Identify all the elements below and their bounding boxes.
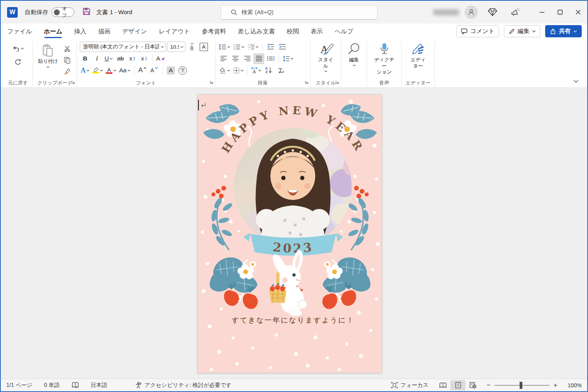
paragraph-dialog-launcher[interactable] bbox=[305, 79, 309, 86]
document-page[interactable]: HAPPY NEW YEAR 2023 bbox=[197, 94, 382, 373]
strikethrough-button[interactable]: ab bbox=[115, 53, 126, 64]
bold-button[interactable]: B bbox=[80, 53, 90, 64]
tab-insert[interactable]: 挿入 bbox=[74, 24, 86, 39]
comments-button[interactable]: コメント bbox=[456, 25, 499, 37]
text-cursor bbox=[198, 100, 199, 110]
focus-icon bbox=[391, 382, 398, 388]
save-icon[interactable] bbox=[82, 7, 91, 17]
tab-references[interactable]: 参考資料 bbox=[202, 24, 226, 39]
zoom-out-button[interactable]: − bbox=[487, 381, 491, 389]
cut-button[interactable] bbox=[62, 43, 73, 54]
enclose-characters-button[interactable]: 字 bbox=[177, 65, 188, 76]
justify-button[interactable] bbox=[254, 53, 264, 64]
subscript-button[interactable]: x2 bbox=[127, 53, 138, 64]
line-spacing-button[interactable] bbox=[282, 53, 294, 64]
read-mode-button[interactable] bbox=[435, 380, 450, 390]
zoom-slider[interactable] bbox=[494, 385, 549, 386]
tab-home[interactable]: ホーム bbox=[44, 24, 62, 39]
italic-button[interactable]: I bbox=[92, 53, 102, 64]
tab-file[interactable]: ファイル bbox=[7, 24, 32, 39]
sort-button[interactable]: AZ bbox=[263, 65, 274, 76]
word-app-icon[interactable]: W bbox=[7, 7, 18, 18]
font-color-button[interactable]: A bbox=[105, 65, 117, 76]
ribbon: 元に戻す 貼り付け bbox=[1, 39, 587, 88]
maximize-button[interactable] bbox=[551, 1, 569, 24]
multilevel-list-button[interactable]: 1ai bbox=[246, 42, 259, 52]
focus-mode-button[interactable]: フォーカス bbox=[391, 382, 428, 389]
decrease-indent-button[interactable] bbox=[265, 42, 276, 52]
accessibility-status[interactable]: アクセシビリティ: 検討が必要です bbox=[135, 382, 232, 389]
search-icon bbox=[231, 9, 237, 16]
close-button[interactable] bbox=[569, 1, 587, 24]
tab-layout[interactable]: レイアウト bbox=[159, 24, 190, 39]
document-canvas[interactable]: HAPPY NEW YEAR 2023 bbox=[1, 88, 587, 379]
zoom-level[interactable]: 100% bbox=[561, 382, 582, 388]
editing-button[interactable]: 編集 bbox=[344, 41, 364, 80]
zoom-in-button[interactable]: + bbox=[553, 381, 557, 389]
align-center-button[interactable] bbox=[230, 53, 241, 64]
copy-button[interactable] bbox=[62, 55, 73, 65]
collapse-ribbon-button[interactable] bbox=[573, 77, 579, 84]
font-size-combo[interactable]: 10.5 bbox=[167, 42, 186, 52]
web-layout-button[interactable] bbox=[465, 380, 480, 390]
font-group: 游明朝 (本文のフォント - 日本語 10.5 ア亜 A B bbox=[77, 41, 215, 88]
grow-font-button[interactable]: A bbox=[137, 65, 148, 76]
editing-mode-button[interactable]: 編集 bbox=[504, 25, 540, 37]
zoom-slider-thumb[interactable] bbox=[520, 382, 522, 389]
tab-view[interactable]: 表示 bbox=[311, 24, 323, 39]
share-button[interactable]: 共有 bbox=[545, 25, 582, 37]
increase-indent-button[interactable] bbox=[277, 42, 288, 52]
clipboard-dialog-launcher[interactable] bbox=[71, 79, 75, 86]
character-shading-button[interactable]: A bbox=[165, 65, 176, 76]
font-dialog-launcher[interactable] bbox=[209, 79, 214, 86]
editor-button[interactable]: エディター bbox=[404, 41, 432, 80]
premium-diamond-icon[interactable] bbox=[487, 7, 498, 17]
language-indicator[interactable]: 日本語 bbox=[91, 382, 107, 389]
tab-help[interactable]: ヘルプ bbox=[334, 24, 353, 39]
shrink-font-button[interactable]: A bbox=[149, 65, 160, 76]
proofing-status[interactable] bbox=[72, 382, 79, 388]
print-layout-button[interactable] bbox=[450, 380, 465, 390]
styles-button[interactable]: A スタイル bbox=[313, 41, 338, 80]
dictate-button[interactable]: ディクテーション bbox=[370, 41, 399, 80]
shading-button[interactable] bbox=[218, 65, 231, 76]
borders-button[interactable] bbox=[232, 65, 244, 76]
styles-dialog-launcher[interactable] bbox=[335, 79, 340, 86]
align-left-button[interactable] bbox=[218, 53, 229, 64]
font-name-combo[interactable]: 游明朝 (本文のフォント - 日本語 bbox=[80, 42, 166, 52]
clear-formatting-button[interactable]: A bbox=[155, 53, 166, 64]
tab-design[interactable]: デザイン bbox=[122, 24, 147, 39]
card-message: すてきな一年になりますように！ bbox=[232, 316, 355, 324]
redo-button[interactable] bbox=[13, 56, 23, 67]
numbering-button[interactable]: 123 bbox=[232, 42, 245, 52]
tab-mailings[interactable]: 差し込み文書 bbox=[238, 24, 275, 39]
ribbon-tab-bar: ファイル ホーム 挿入 描画 デザイン レイアウト 参考資料 差し込み文書 校閲… bbox=[1, 24, 587, 39]
autosave-toggle[interactable]: オフ bbox=[51, 7, 74, 17]
word-count[interactable]: 0 単語 bbox=[44, 382, 60, 389]
minimize-button[interactable] bbox=[533, 1, 551, 24]
highlight-color-button[interactable] bbox=[92, 65, 104, 76]
paragraph-group: 123 1ai bbox=[215, 41, 311, 88]
text-effects-button[interactable]: A bbox=[80, 65, 90, 76]
character-scaling-button[interactable]: A bbox=[250, 65, 262, 76]
change-case-button[interactable]: Aa bbox=[118, 65, 131, 76]
user-avatar[interactable] bbox=[465, 5, 478, 19]
character-border-button[interactable]: A bbox=[198, 42, 209, 52]
phonetic-guide-button[interactable]: ア亜 bbox=[187, 42, 197, 52]
search-box[interactable]: 検索 (Alt+Q) bbox=[221, 5, 377, 20]
format-painter-button[interactable] bbox=[62, 66, 73, 77]
formatting-marks-button[interactable] bbox=[275, 65, 286, 76]
page-indicator[interactable]: 1/1 ページ bbox=[6, 382, 32, 389]
whats-new-megaphone-icon[interactable] bbox=[510, 7, 520, 17]
underline-button[interactable]: U bbox=[103, 53, 114, 64]
paste-button[interactable]: 貼り付け bbox=[36, 42, 61, 80]
bullets-button[interactable] bbox=[218, 42, 231, 52]
rabbit bbox=[269, 249, 307, 316]
undo-button[interactable] bbox=[11, 43, 25, 54]
status-bar: 1/1 ページ 0 単語 日本語 アクセシビリティ: 検討が必要です フォーカス bbox=[1, 379, 587, 391]
tab-review[interactable]: 校閲 bbox=[287, 24, 299, 39]
distribute-text-button[interactable] bbox=[265, 53, 276, 64]
superscript-button[interactable]: x2 bbox=[139, 53, 149, 64]
align-right-button[interactable] bbox=[242, 53, 252, 64]
tab-draw[interactable]: 描画 bbox=[98, 24, 110, 39]
